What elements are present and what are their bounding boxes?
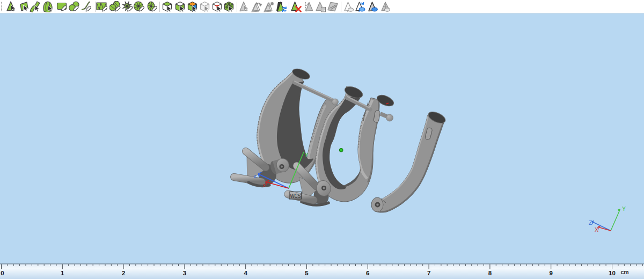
svg-text:3: 3 (183, 270, 186, 276)
svg-text:10: 10 (609, 270, 616, 276)
svg-text:z: z (254, 173, 256, 179)
svg-text:5: 5 (305, 270, 309, 276)
svg-text:y: y (305, 151, 308, 157)
svg-text:Z: Z (589, 219, 592, 226)
svg-text:Y: Y (622, 205, 626, 212)
svg-text:1: 1 (61, 270, 64, 276)
svg-text:4: 4 (244, 270, 247, 276)
svg-text:6: 6 (366, 270, 369, 276)
svg-text:X: X (595, 226, 598, 233)
svg-text:WCS: WCS (290, 193, 301, 199)
svg-text:cm: cm (620, 269, 628, 275)
svg-text:9: 9 (549, 270, 552, 276)
svg-text:7: 7 (427, 270, 430, 276)
svg-text:2: 2 (122, 270, 125, 276)
svg-text:8: 8 (488, 270, 492, 276)
svg-text:0: 0 (1, 270, 4, 276)
